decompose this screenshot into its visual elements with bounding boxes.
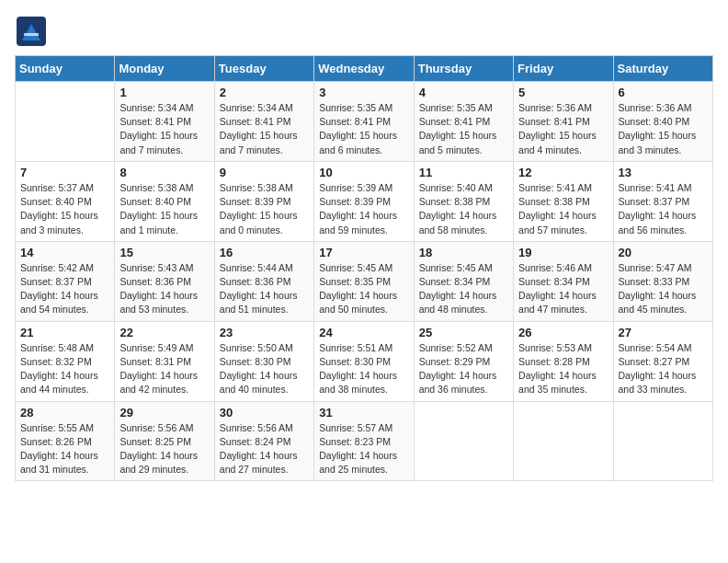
column-header-saturday: Saturday xyxy=(613,56,712,82)
day-number: 5 xyxy=(518,86,608,99)
day-number: 15 xyxy=(119,246,209,259)
calendar-cell: 18Sunrise: 5:45 AM Sunset: 8:34 PM Dayli… xyxy=(414,241,513,321)
day-info: Sunrise: 5:39 AM Sunset: 8:39 PM Dayligh… xyxy=(319,181,408,237)
day-info: Sunrise: 5:41 AM Sunset: 8:37 PM Dayligh… xyxy=(619,181,708,237)
day-number: 21 xyxy=(20,326,109,339)
day-info: Sunrise: 5:50 AM Sunset: 8:30 PM Dayligh… xyxy=(220,341,309,397)
calendar-cell xyxy=(514,401,613,481)
day-number: 14 xyxy=(20,246,109,259)
calendar-cell: 9Sunrise: 5:38 AM Sunset: 8:39 PM Daylig… xyxy=(214,161,313,241)
day-info: Sunrise: 5:56 AM Sunset: 8:24 PM Dayligh… xyxy=(220,421,309,477)
day-number: 31 xyxy=(319,406,408,419)
day-number: 28 xyxy=(20,406,109,419)
day-number: 18 xyxy=(419,246,508,259)
day-number: 11 xyxy=(419,166,508,179)
day-number: 2 xyxy=(220,86,309,99)
day-number: 16 xyxy=(220,246,309,259)
day-number: 23 xyxy=(220,326,309,339)
calendar-cell: 19Sunrise: 5:46 AM Sunset: 8:34 PM Dayli… xyxy=(514,241,613,321)
day-info: Sunrise: 5:36 AM Sunset: 8:40 PM Dayligh… xyxy=(619,101,708,157)
day-info: Sunrise: 5:54 AM Sunset: 8:27 PM Dayligh… xyxy=(619,341,708,397)
day-number: 1 xyxy=(119,86,209,99)
day-number: 6 xyxy=(619,86,708,99)
day-info: Sunrise: 5:57 AM Sunset: 8:23 PM Dayligh… xyxy=(319,421,408,477)
column-header-sunday: Sunday xyxy=(16,56,115,82)
day-number: 17 xyxy=(319,246,408,259)
calendar-cell: 20Sunrise: 5:47 AM Sunset: 8:33 PM Dayli… xyxy=(613,241,712,321)
day-number: 12 xyxy=(518,166,608,179)
day-number: 24 xyxy=(319,326,408,339)
column-header-friday: Friday xyxy=(514,56,613,82)
logo-icon xyxy=(15,15,48,48)
calendar-cell: 14Sunrise: 5:42 AM Sunset: 8:37 PM Dayli… xyxy=(16,241,115,321)
calendar-week-row: 21Sunrise: 5:48 AM Sunset: 8:32 PM Dayli… xyxy=(16,321,713,401)
day-info: Sunrise: 5:35 AM Sunset: 8:41 PM Dayligh… xyxy=(319,101,408,157)
calendar-week-row: 28Sunrise: 5:55 AM Sunset: 8:26 PM Dayli… xyxy=(16,401,713,481)
day-info: Sunrise: 5:40 AM Sunset: 8:38 PM Dayligh… xyxy=(419,181,508,237)
calendar-cell: 16Sunrise: 5:44 AM Sunset: 8:36 PM Dayli… xyxy=(214,241,313,321)
day-info: Sunrise: 5:34 AM Sunset: 8:41 PM Dayligh… xyxy=(220,101,309,157)
day-info: Sunrise: 5:42 AM Sunset: 8:37 PM Dayligh… xyxy=(20,261,109,317)
day-info: Sunrise: 5:43 AM Sunset: 8:36 PM Dayligh… xyxy=(119,261,209,317)
calendar-cell: 26Sunrise: 5:53 AM Sunset: 8:28 PM Dayli… xyxy=(514,321,613,401)
calendar-cell: 1Sunrise: 5:34 AM Sunset: 8:41 PM Daylig… xyxy=(115,82,214,162)
calendar-cell: 24Sunrise: 5:51 AM Sunset: 8:30 PM Dayli… xyxy=(314,321,414,401)
day-info: Sunrise: 5:55 AM Sunset: 8:26 PM Dayligh… xyxy=(20,421,109,477)
day-info: Sunrise: 5:41 AM Sunset: 8:38 PM Dayligh… xyxy=(518,181,608,237)
calendar-cell: 3Sunrise: 5:35 AM Sunset: 8:41 PM Daylig… xyxy=(314,82,414,162)
calendar-header-row: SundayMondayTuesdayWednesdayThursdayFrid… xyxy=(16,56,713,82)
day-info: Sunrise: 5:38 AM Sunset: 8:39 PM Dayligh… xyxy=(220,181,309,237)
calendar-cell: 11Sunrise: 5:40 AM Sunset: 8:38 PM Dayli… xyxy=(414,161,513,241)
calendar-week-row: 1Sunrise: 5:34 AM Sunset: 8:41 PM Daylig… xyxy=(16,82,713,162)
logo xyxy=(15,15,50,48)
day-info: Sunrise: 5:48 AM Sunset: 8:32 PM Dayligh… xyxy=(20,341,109,397)
day-number: 10 xyxy=(319,166,408,179)
calendar-cell: 10Sunrise: 5:39 AM Sunset: 8:39 PM Dayli… xyxy=(314,161,414,241)
calendar-cell: 29Sunrise: 5:56 AM Sunset: 8:25 PM Dayli… xyxy=(115,401,214,481)
calendar-cell: 22Sunrise: 5:49 AM Sunset: 8:31 PM Dayli… xyxy=(115,321,214,401)
calendar-cell: 31Sunrise: 5:57 AM Sunset: 8:23 PM Dayli… xyxy=(314,401,414,481)
day-info: Sunrise: 5:47 AM Sunset: 8:33 PM Dayligh… xyxy=(619,261,708,317)
calendar-cell: 23Sunrise: 5:50 AM Sunset: 8:30 PM Dayli… xyxy=(214,321,313,401)
calendar-cell: 13Sunrise: 5:41 AM Sunset: 8:37 PM Dayli… xyxy=(613,161,712,241)
svg-rect-2 xyxy=(24,33,39,36)
day-info: Sunrise: 5:38 AM Sunset: 8:40 PM Dayligh… xyxy=(119,181,209,237)
column-header-thursday: Thursday xyxy=(414,56,513,82)
day-info: Sunrise: 5:45 AM Sunset: 8:34 PM Dayligh… xyxy=(419,261,508,317)
calendar-cell: 30Sunrise: 5:56 AM Sunset: 8:24 PM Dayli… xyxy=(214,401,313,481)
day-info: Sunrise: 5:34 AM Sunset: 8:41 PM Dayligh… xyxy=(119,101,209,157)
page-header xyxy=(15,15,713,48)
day-number: 22 xyxy=(119,326,209,339)
day-info: Sunrise: 5:46 AM Sunset: 8:34 PM Dayligh… xyxy=(518,261,608,317)
calendar-cell: 8Sunrise: 5:38 AM Sunset: 8:40 PM Daylig… xyxy=(115,161,214,241)
calendar-week-row: 7Sunrise: 5:37 AM Sunset: 8:40 PM Daylig… xyxy=(16,161,713,241)
calendar-cell xyxy=(414,401,513,481)
calendar-cell: 27Sunrise: 5:54 AM Sunset: 8:27 PM Dayli… xyxy=(613,321,712,401)
calendar-cell: 6Sunrise: 5:36 AM Sunset: 8:40 PM Daylig… xyxy=(613,82,712,162)
calendar-cell: 15Sunrise: 5:43 AM Sunset: 8:36 PM Dayli… xyxy=(115,241,214,321)
day-number: 25 xyxy=(419,326,508,339)
calendar-cell: 2Sunrise: 5:34 AM Sunset: 8:41 PM Daylig… xyxy=(214,82,313,162)
column-header-tuesday: Tuesday xyxy=(214,56,313,82)
calendar-cell: 17Sunrise: 5:45 AM Sunset: 8:35 PM Dayli… xyxy=(314,241,414,321)
calendar-cell: 5Sunrise: 5:36 AM Sunset: 8:41 PM Daylig… xyxy=(514,82,613,162)
day-number: 3 xyxy=(319,86,408,99)
day-info: Sunrise: 5:53 AM Sunset: 8:28 PM Dayligh… xyxy=(518,341,608,397)
day-info: Sunrise: 5:44 AM Sunset: 8:36 PM Dayligh… xyxy=(220,261,309,317)
day-info: Sunrise: 5:36 AM Sunset: 8:41 PM Dayligh… xyxy=(518,101,608,157)
day-info: Sunrise: 5:52 AM Sunset: 8:29 PM Dayligh… xyxy=(419,341,508,397)
calendar-cell: 28Sunrise: 5:55 AM Sunset: 8:26 PM Dayli… xyxy=(16,401,115,481)
calendar-cell: 12Sunrise: 5:41 AM Sunset: 8:38 PM Dayli… xyxy=(514,161,613,241)
day-number: 9 xyxy=(220,166,309,179)
day-number: 8 xyxy=(119,166,209,179)
day-number: 13 xyxy=(619,166,708,179)
day-number: 27 xyxy=(619,326,708,339)
calendar-table: SundayMondayTuesdayWednesdayThursdayFrid… xyxy=(15,55,713,481)
day-info: Sunrise: 5:35 AM Sunset: 8:41 PM Dayligh… xyxy=(419,101,508,157)
day-number: 26 xyxy=(518,326,608,339)
day-info: Sunrise: 5:56 AM Sunset: 8:25 PM Dayligh… xyxy=(119,421,209,477)
day-number: 20 xyxy=(619,246,708,259)
column-header-monday: Monday xyxy=(115,56,214,82)
day-number: 30 xyxy=(220,406,309,419)
column-header-wednesday: Wednesday xyxy=(314,56,414,82)
